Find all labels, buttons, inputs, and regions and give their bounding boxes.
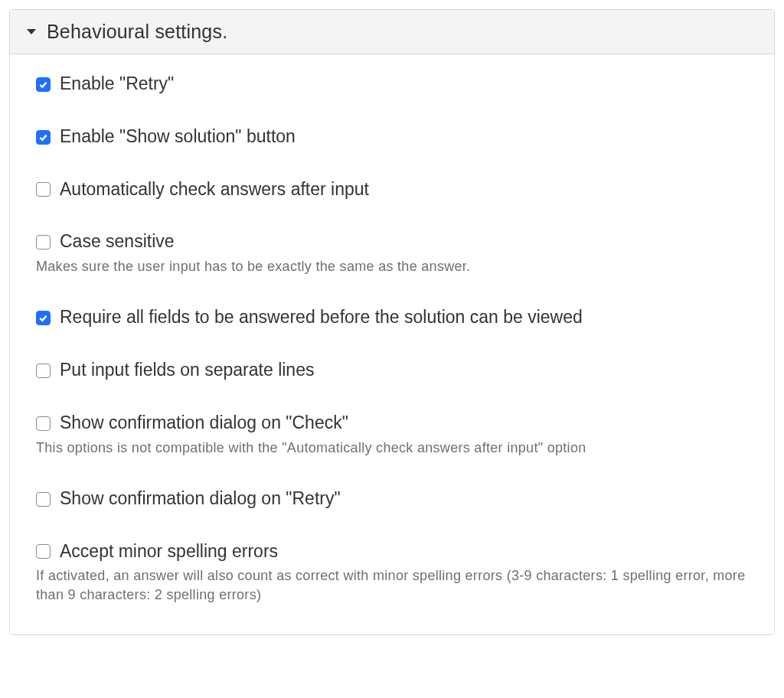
checkbox-confirm_check[interactable]	[36, 416, 51, 431]
chevron-down-icon	[27, 29, 36, 34]
checkbox-accept_spelling[interactable]	[36, 544, 51, 559]
field-label[interactable]: Require all fields to be answered before…	[60, 306, 583, 328]
field-row: Automatically check answers after input	[36, 178, 748, 201]
checkbox-separate_lines[interactable]	[36, 364, 51, 378]
checkbox-case_sensitive[interactable]	[36, 235, 51, 250]
field-row: Accept minor spelling errors	[36, 540, 748, 563]
field-label[interactable]: Accept minor spelling errors	[60, 540, 278, 563]
field-row: Enable "Retry"	[36, 73, 748, 95]
field-row: Show confirmation dialog on "Check"	[36, 412, 748, 434]
field-row: Put input fields on separate lines	[36, 359, 748, 381]
field-row: Require all fields to be answered before…	[36, 306, 748, 328]
field-label[interactable]: Put input fields on separate lines	[60, 359, 314, 381]
field-label[interactable]: Case sensitive	[60, 230, 175, 253]
checkbox-require_all_fields[interactable]	[36, 311, 51, 325]
field-separate_lines: Put input fields on separate lines	[36, 359, 748, 381]
field-label[interactable]: Automatically check answers after input	[60, 178, 369, 201]
checkbox-confirm_retry[interactable]	[36, 492, 51, 507]
field-enable_retry: Enable "Retry"	[36, 73, 748, 95]
field-label[interactable]: Show confirmation dialog on "Retry"	[60, 488, 341, 510]
checkbox-enable_retry[interactable]	[36, 77, 51, 92]
field-enable_show_solution: Enable "Show solution" button	[36, 126, 748, 148]
field-confirm_retry: Show confirmation dialog on "Retry"	[36, 488, 748, 510]
field-description: Makes sure the user input has to be exac…	[36, 257, 748, 276]
field-auto_check: Automatically check answers after input	[36, 178, 748, 201]
field-row: Show confirmation dialog on "Retry"	[36, 488, 748, 510]
field-label[interactable]: Enable "Retry"	[60, 73, 174, 95]
checkbox-auto_check[interactable]	[36, 182, 51, 197]
panel-header[interactable]: Behavioural settings.	[10, 10, 774, 54]
field-label[interactable]: Show confirmation dialog on "Check"	[60, 412, 348, 434]
field-require_all_fields: Require all fields to be answered before…	[36, 306, 748, 328]
field-confirm_check: Show confirmation dialog on "Check"This …	[36, 412, 748, 457]
field-accept_spelling: Accept minor spelling errorsIf activated…	[36, 540, 748, 604]
panel-title: Behavioural settings.	[47, 21, 227, 43]
field-row: Enable "Show solution" button	[36, 126, 748, 148]
field-case_sensitive: Case sensitiveMakes sure the user input …	[36, 230, 748, 276]
panel-body: Enable "Retry"Enable "Show solution" but…	[10, 54, 774, 634]
checkbox-enable_show_solution[interactable]	[36, 130, 51, 145]
field-description: This options is not compatible with the …	[36, 439, 748, 457]
checkmark-icon	[38, 132, 48, 142]
field-row: Case sensitive	[36, 230, 748, 253]
checkmark-icon	[38, 313, 48, 323]
field-description: If activated, an answer will also count …	[36, 566, 748, 604]
field-label[interactable]: Enable "Show solution" button	[60, 126, 296, 148]
checkmark-icon	[38, 80, 48, 90]
behavioural-settings-panel: Behavioural settings. Enable "Retry"Enab…	[9, 9, 775, 635]
